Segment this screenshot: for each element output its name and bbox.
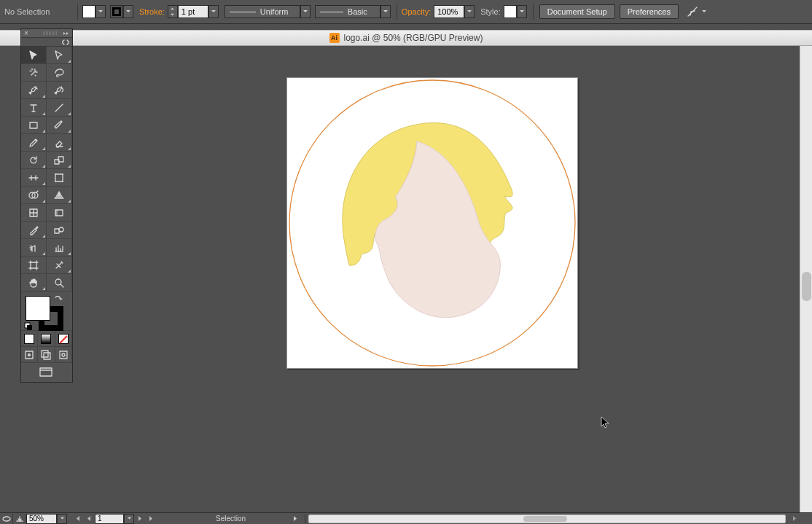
- pencil-tool[interactable]: [21, 134, 47, 152]
- free-transform-tool[interactable]: [47, 169, 72, 187]
- stroke-weight-dropdown[interactable]: [208, 5, 219, 18]
- scale-tool[interactable]: [47, 152, 72, 169]
- first-artboard-button[interactable]: [71, 514, 83, 524]
- document-setup-button[interactable]: Document Setup: [539, 4, 615, 19]
- svg-point-20: [28, 353, 31, 356]
- fill-color-swatch[interactable]: [26, 296, 50, 321]
- zoom-tool[interactable]: [47, 274, 72, 292]
- pen-tool[interactable]: [21, 82, 47, 99]
- graphic-style-swatch[interactable]: [504, 5, 517, 18]
- stroke-swatch[interactable]: [110, 5, 123, 18]
- preferences-button[interactable]: Preferences: [620, 4, 679, 19]
- selection-tool[interactable]: [21, 47, 47, 64]
- opacity-label: Opacity:: [402, 7, 431, 16]
- opacity-dropdown[interactable]: [464, 5, 475, 18]
- canvas-area[interactable]: [0, 46, 800, 512]
- symbol-sprayer-tool[interactable]: [21, 239, 47, 257]
- profile-dropdown[interactable]: [300, 5, 311, 18]
- control-bar: No Selection Stroke: Uniform Basic Opaci…: [0, 0, 812, 24]
- prev-artboard-button[interactable]: [83, 514, 95, 524]
- variable-width-profile[interactable]: Uniform: [225, 5, 300, 18]
- align-to-icon[interactable]: [686, 5, 699, 18]
- eraser-tool[interactable]: [47, 134, 72, 152]
- panel-collapse-icon[interactable]: [61, 30, 70, 36]
- align-to-dropdown[interactable]: [699, 5, 709, 18]
- svg-point-7: [55, 181, 56, 182]
- slice-tool[interactable]: [47, 257, 72, 274]
- rotate-tool[interactable]: [21, 152, 47, 169]
- eyedropper-tool[interactable]: [21, 222, 47, 239]
- horizontal-scrollbar-thumb[interactable]: [523, 516, 567, 522]
- artboard-tool[interactable]: [21, 257, 47, 274]
- stroke-weight-spinner[interactable]: [168, 5, 178, 18]
- panel-close-icon[interactable]: ×: [24, 30, 28, 37]
- next-artboard-button[interactable]: [134, 514, 146, 524]
- status-gpu-icon[interactable]: [0, 514, 13, 524]
- vertical-scrollbar[interactable]: [800, 46, 812, 512]
- mesh-tool[interactable]: [21, 204, 47, 222]
- lasso-tool[interactable]: [47, 64, 72, 82]
- hand-tool[interactable]: [21, 274, 47, 292]
- document-title: logo.ai @ 50% (RGB/GPU Preview): [344, 33, 483, 43]
- color-mode-gradient[interactable]: [38, 331, 55, 347]
- style-label: Style:: [480, 7, 501, 16]
- svg-rect-18: [27, 325, 32, 330]
- stroke-weight-input[interactable]: [178, 5, 208, 18]
- curvature-tool[interactable]: [47, 82, 72, 99]
- paintbrush-tool[interactable]: [47, 117, 72, 134]
- svg-rect-22: [42, 351, 48, 357]
- hscroll-right-icon[interactable]: [789, 514, 800, 524]
- stroke-label: Stroke:: [139, 7, 165, 16]
- type-tool[interactable]: [21, 99, 47, 117]
- magic-wand-tool[interactable]: [21, 64, 47, 82]
- artboard[interactable]: [286, 77, 578, 369]
- svg-rect-25: [40, 368, 52, 376]
- artboard-number-input[interactable]: [95, 514, 124, 524]
- opacity-input[interactable]: [434, 5, 464, 18]
- tools-panel: ×: [20, 28, 73, 383]
- color-mode-solid[interactable]: [21, 331, 38, 347]
- panel-header[interactable]: ×: [21, 29, 72, 38]
- default-fill-stroke-icon[interactable]: [24, 322, 33, 332]
- last-artboard-button[interactable]: [146, 514, 157, 524]
- artboard-dropdown[interactable]: [124, 514, 134, 524]
- svg-point-14: [59, 227, 63, 232]
- status-menu-arrow[interactable]: [289, 514, 301, 524]
- status-export-icon[interactable]: [13, 514, 26, 524]
- ai-file-icon: Ai: [329, 33, 340, 43]
- panel-toggle-columns[interactable]: [21, 38, 72, 47]
- fill-swatch-control[interactable]: [82, 5, 106, 18]
- brush-dropdown[interactable]: [380, 5, 391, 18]
- panel-grip[interactable]: [43, 31, 58, 35]
- draw-inside-icon[interactable]: [55, 347, 72, 363]
- column-graph-tool[interactable]: [47, 239, 72, 257]
- direct-selection-tool[interactable]: [47, 47, 72, 64]
- horizontal-scrollbar[interactable]: [308, 515, 786, 523]
- style-dropdown[interactable]: [517, 5, 527, 18]
- selection-label: No Selection: [4, 7, 70, 16]
- stroke-dropdown[interactable]: [123, 5, 133, 18]
- zoom-dropdown[interactable]: [57, 514, 67, 524]
- zoom-input[interactable]: [26, 514, 57, 524]
- line-segment-tool[interactable]: [47, 99, 72, 117]
- color-mode-none[interactable]: [55, 331, 72, 347]
- rectangle-tool[interactable]: [21, 117, 47, 134]
- brush-definition[interactable]: Basic: [315, 5, 380, 18]
- perspective-grid-tool[interactable]: [47, 187, 72, 204]
- stroke-swatch-control[interactable]: [110, 5, 133, 18]
- draw-normal-icon[interactable]: [21, 347, 38, 363]
- gradient-tool[interactable]: [47, 204, 72, 222]
- draw-behind-icon[interactable]: [38, 347, 55, 363]
- fill-stroke-block: [21, 292, 72, 331]
- width-tool[interactable]: [21, 169, 47, 187]
- blend-tool[interactable]: [47, 222, 72, 239]
- swap-fill-stroke-icon[interactable]: [53, 294, 63, 306]
- vertical-scrollbar-thumb[interactable]: [802, 272, 811, 301]
- shape-builder-tool[interactable]: [21, 187, 47, 204]
- screen-mode-button[interactable]: [21, 363, 72, 382]
- svg-point-6: [62, 173, 63, 175]
- fill-dropdown[interactable]: [95, 5, 106, 18]
- svg-point-26: [3, 517, 10, 521]
- svg-rect-13: [55, 229, 59, 233]
- fill-swatch[interactable]: [82, 5, 95, 18]
